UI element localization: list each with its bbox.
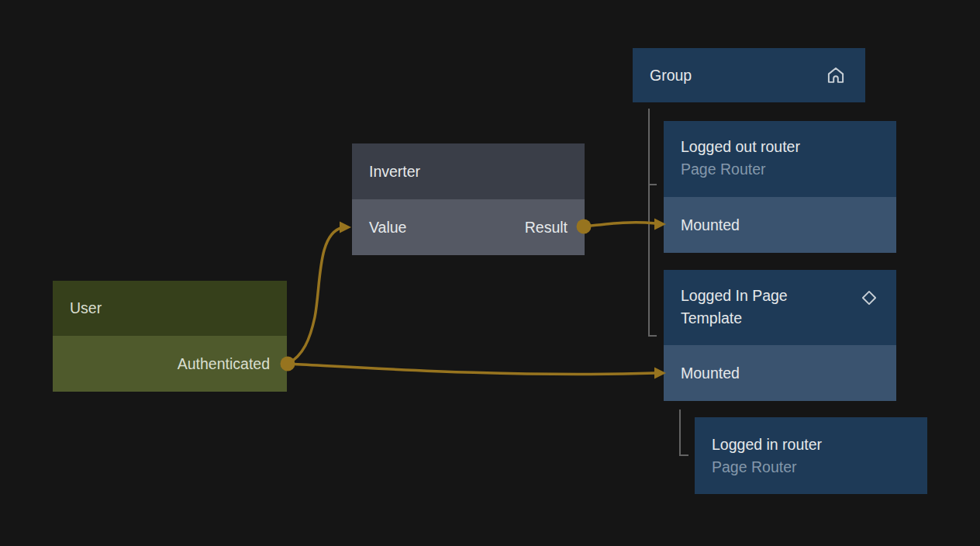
input-port-label: Mounted [681,216,740,234]
node-user-output-authenticated[interactable]: Authenticated [53,336,287,392]
input-port-label-value: Value [369,219,406,237]
tree-connector-group [649,109,657,336]
node-logged-out-router-subtitle: Page Router [681,158,879,181]
node-logged-out-router-header[interactable]: Logged out router Page Router [664,121,896,197]
node-logged-in-router-subtitle: Page Router [712,456,910,479]
node-logged-in-page-template[interactable]: Logged In Page Template Mounted [664,270,896,401]
node-logged-out-router-title: Logged out router [681,136,879,158]
node-logged-in-router[interactable]: Logged in router Page Router [695,417,927,494]
input-port-label: Mounted [681,365,740,382]
node-logged-in-page-template-title: Logged In Page Template [681,285,840,330]
edge-arrowhead-value [340,222,351,233]
edge-authenticated-to-value[interactable] [288,228,342,365]
output-port-label-result: Result [525,219,568,237]
edge-authenticated-to-mounted-template[interactable] [288,364,655,375]
node-inverter[interactable]: Inverter Value Result [352,143,585,255]
node-logged-in-router-title: Logged in router [712,434,910,456]
diamond-icon [859,288,879,308]
home-icon [825,64,847,86]
node-user-title: User [70,299,102,317]
output-port-label: Authenticated [178,355,270,373]
node-group-title: Group [650,67,692,85]
node-logged-in-page-template-header[interactable]: Logged In Page Template [664,270,896,345]
node-user-header[interactable]: User [53,281,287,336]
node-logged-out-router[interactable]: Logged out router Page Router Mounted [664,121,896,253]
node-inverter-io-row[interactable]: Value Result [352,199,585,255]
node-editor-canvas: Group Logged out router Page Router Moun… [0,0,980,546]
tree-connector-logged-in-router [680,410,688,455]
node-user[interactable]: User Authenticated [53,281,287,392]
edge-result-to-mounted-logged-out[interactable] [584,223,655,226]
node-inverter-header[interactable]: Inverter [352,143,585,199]
node-logged-out-router-input-mounted[interactable]: Mounted [664,197,896,253]
node-inverter-title: Inverter [369,163,420,181]
node-logged-in-page-template-input-mounted[interactable]: Mounted [664,345,896,401]
node-group[interactable]: Group [633,48,865,102]
